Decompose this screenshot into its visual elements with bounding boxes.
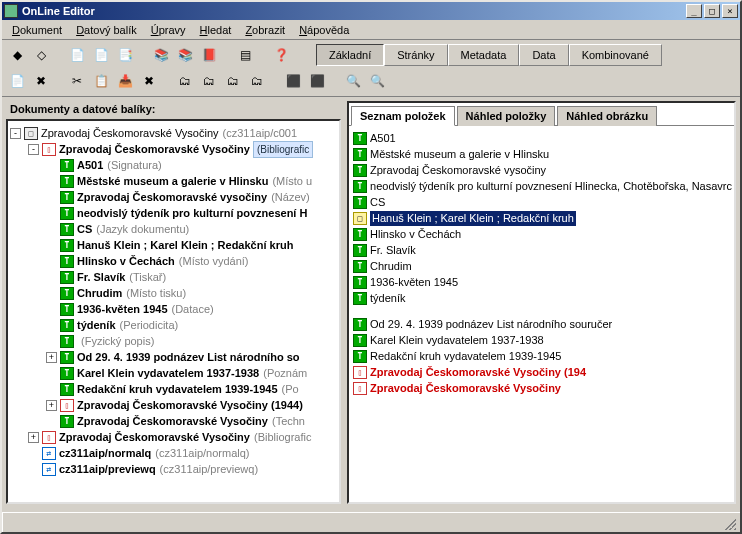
menu-zobrazit[interactable]: Zobrazit [239,22,291,38]
right-tab[interactable]: Seznam položek [351,106,455,126]
tree-node[interactable]: Tneodvislý týdeník pro kulturní povznese… [10,205,337,221]
expand-icon[interactable]: + [46,352,57,363]
toolbar-button[interactable]: ⬛ [282,70,304,92]
list-item[interactable]: ▯Zpravodaj Českomoravské Vysočiny [351,380,732,396]
view-tab-základní[interactable]: Základní [316,44,384,66]
toolbar-button[interactable]: ◆ [6,44,28,66]
list-item[interactable]: Tneodvislý týdeník pro kulturní povznese… [351,178,732,194]
tree-node[interactable]: -□Zpravodaj Českomoravské Vysočiny(cz311… [10,125,337,141]
t-icon: T [353,318,367,331]
collapse-icon[interactable]: - [10,128,21,139]
toolbar-button[interactable]: 🗂 [174,70,196,92]
tree-node[interactable]: ⇄cz311aip/normalq(cz311aip/normalq) [10,445,337,461]
view-tab-metadata[interactable]: Metadata [448,44,520,66]
list-item[interactable]: THlinsko v Čechách [351,226,732,242]
item-label: Fr. Slavík [370,243,416,258]
toolbar-button[interactable]: 📚 [174,44,196,66]
expand-icon[interactable]: + [28,432,39,443]
tree-node[interactable]: TChrudim(Místo tisku) [10,285,337,301]
node-label: Hanuš Klein ; Karel Klein ; Redakční kru… [77,238,293,253]
tree-node[interactable]: TRedakční kruh vydavatelem 1939-1945(Po [10,381,337,397]
node-annotation: (Místo tisku) [126,286,186,301]
node-label: neodvislý týdeník pro kulturní povznesen… [77,206,307,221]
tree-node[interactable]: TZpravodaj Českomoravské Vysočiny(Techn [10,413,337,429]
toolbar-button[interactable]: 📄 [6,70,28,92]
toolbar-button[interactable]: 🔍 [342,70,364,92]
tree-node[interactable]: +TOd 29. 4. 1939 podnázev List národního… [10,349,337,365]
list-item[interactable]: TMěstské museum a galerie v Hlinsku [351,146,732,162]
toolbar-button[interactable]: ❓ [270,44,292,66]
tree-node[interactable]: ⇄cz311aip/previewq(cz311aip/previewq) [10,461,337,477]
list-item[interactable]: TOd 29. 4. 1939 podnázev List národního … [351,316,732,332]
toolbar-button[interactable]: 🗂 [198,70,220,92]
menu-nápověda[interactable]: Nápověda [293,22,355,38]
tree-node[interactable]: THanuš Klein ; Karel Klein ; Redakční kr… [10,237,337,253]
toolbar-button[interactable]: 🔍 [366,70,388,92]
list-item[interactable]: TKarel Klein vydavatelem 1937-1938 [351,332,732,348]
list-item[interactable]: ▯Zpravodaj Českomoravské Vysočiny (194 [351,364,732,380]
toolbar-button[interactable]: ✖ [138,70,160,92]
tree-node[interactable]: TMěstské museum a galerie v Hlinsku(Míst… [10,173,337,189]
list-item[interactable]: T1936-květen 1945 [351,274,732,290]
toolbar-button[interactable]: ✂ [66,70,88,92]
toolbar-button[interactable]: ⬛ [306,70,328,92]
tree-node[interactable]: TA501(Signatura) [10,157,337,173]
t-icon: T [353,244,367,257]
right-tab[interactable]: Náhled položky [457,106,556,126]
list-item[interactable]: TA501 [351,130,732,146]
list-item[interactable]: TCS [351,194,732,210]
list-item[interactable]: Ttýdeník [351,290,732,306]
menu-datový balík[interactable]: Datový balík [70,22,143,38]
minimize-button[interactable]: _ [686,4,702,18]
menu-dokument[interactable]: Dokument [6,22,68,38]
tree-node[interactable]: +▯Zpravodaj Českomoravské Vysočiny (1944… [10,397,337,413]
toolbar-button[interactable]: ✖ [30,70,52,92]
tree-node[interactable]: THlinsko v Čechách(Místo vydání) [10,253,337,269]
view-tab-stránky[interactable]: Stránky [384,44,447,66]
tree-node[interactable]: Ttýdeník(Periodicita) [10,317,337,333]
list-item[interactable]: □Hanuš Klein ; Karel Klein ; Redakční kr… [351,210,732,226]
tree-node[interactable]: T1936-květen 1945(Datace) [10,301,337,317]
right-panel: Seznam položekNáhled položkyNáhled obráz… [347,101,736,504]
title-bar: OnLine Editor _ □ × [2,2,740,20]
t-icon: T [60,159,74,172]
item-label: Zpravodaj Českomoravské vysočiny [370,163,546,178]
list-item[interactable]: TChrudim [351,258,732,274]
node-label: Zpravodaj Českomoravské vysočiny [77,190,267,205]
toolbar-button[interactable]: ◇ [30,44,52,66]
close-button[interactable]: × [722,4,738,18]
menu-hledat[interactable]: Hledat [194,22,238,38]
tree-view[interactable]: -□Zpravodaj Českomoravské Vysočiny(cz311… [6,119,341,504]
toolbar-button[interactable]: 📥 [114,70,136,92]
tree-node[interactable]: TCS(Jazyk dokumentu) [10,221,337,237]
right-tab[interactable]: Náhled obrázku [557,106,657,126]
item-list[interactable]: TA501TMěstské museum a galerie v Hlinsku… [349,126,734,398]
toolbar-button[interactable]: 📋 [90,70,112,92]
view-tab-data[interactable]: Data [519,44,568,66]
list-item[interactable]: TFr. Slavík [351,242,732,258]
node-label: Chrudim [77,286,122,301]
toolbar-button[interactable]: 📑 [114,44,136,66]
tree-node[interactable]: TKarel Klein vydavatelem 1937-1938(Pozná… [10,365,337,381]
tree-node[interactable]: TFr. Slavík(Tiskař) [10,269,337,285]
toolbar-button[interactable]: 🗂 [222,70,244,92]
view-tab-kombinované[interactable]: Kombinované [569,44,662,66]
maximize-button[interactable]: □ [704,4,720,18]
list-item[interactable]: TRedakční kruh vydavatelem 1939-1945 [351,348,732,364]
expand-icon[interactable]: + [46,400,57,411]
tree-node[interactable]: -▯Zpravodaj Českomoravské Vysočiny(Bibli… [10,141,337,157]
toolbar-button[interactable]: 📕 [198,44,220,66]
menu-úpravy[interactable]: Úpravy [145,22,192,38]
toolbar-button[interactable]: 📄 [66,44,88,66]
toolbar-button[interactable]: ▤ [234,44,256,66]
collapse-icon[interactable]: - [28,144,39,155]
tree-node[interactable]: +▯Zpravodaj Českomoravské Vysočiny(Bibli… [10,429,337,445]
toolbar-button[interactable]: 📚 [150,44,172,66]
resize-grip[interactable] [722,516,736,530]
tree-node[interactable]: TZpravodaj Českomoravské vysočiny(Název) [10,189,337,205]
toolbar-button[interactable]: 🗂 [246,70,268,92]
node-label: Hlinsko v Čechách [77,254,175,269]
list-item[interactable]: TZpravodaj Českomoravské vysočiny [351,162,732,178]
tree-node[interactable]: T(Fyzický popis) [10,333,337,349]
toolbar-button[interactable]: 📄 [90,44,112,66]
